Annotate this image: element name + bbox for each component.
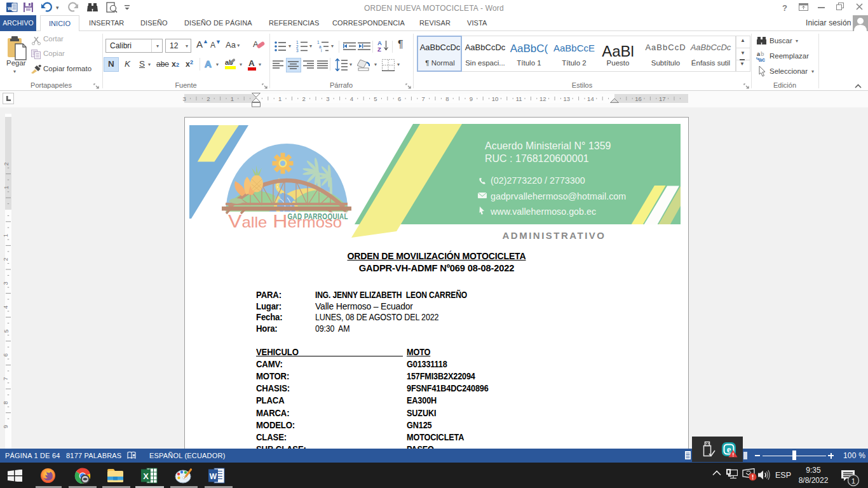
svg-text:10: 10 <box>492 95 499 102</box>
svg-text:1: 1 <box>851 477 855 485</box>
svg-text:12: 12 <box>539 95 546 102</box>
svg-text:3: 3 <box>3 281 10 285</box>
svg-text:7: 7 <box>422 95 425 102</box>
svg-text:2: 2 <box>302 95 306 102</box>
svg-text:6: 6 <box>398 95 401 102</box>
svg-text:2: 2 <box>3 162 10 165</box>
svg-text:8: 8 <box>445 95 449 102</box>
svg-text:5: 5 <box>3 329 10 332</box>
svg-text:(02)2773220 / 2773300: (02)2773220 / 2773300 <box>491 175 585 186</box>
svg-text:A: A <box>248 58 255 68</box>
svg-text:1: 1 <box>3 186 10 189</box>
svg-text:gadprvallehermoso@hotmail.com: gadprvallehermoso@hotmail.com <box>491 191 626 201</box>
svg-text:2: 2 <box>207 95 210 102</box>
svg-text:14: 14 <box>587 95 594 102</box>
svg-text:3: 3 <box>183 95 186 102</box>
svg-text:7: 7 <box>3 377 10 381</box>
svg-text:5: 5 <box>374 95 377 102</box>
svg-text:e: e <box>727 444 731 454</box>
svg-text:9: 9 <box>3 425 10 428</box>
svg-text:9: 9 <box>470 95 473 102</box>
svg-text:Valle Hermoso: Valle Hermoso <box>228 210 342 232</box>
svg-text:1: 1 <box>231 95 234 102</box>
svg-text:X: X <box>143 471 149 481</box>
svg-text:w: w <box>7 5 13 11</box>
svg-text:4: 4 <box>3 306 10 309</box>
svg-text:3: 3 <box>296 48 299 52</box>
svg-text:1: 1 <box>3 234 10 237</box>
svg-text:17: 17 <box>659 95 666 102</box>
svg-text:4: 4 <box>350 95 353 102</box>
svg-text:1: 1 <box>278 95 281 102</box>
svg-text:W: W <box>210 472 217 481</box>
svg-text:ac: ac <box>759 57 765 62</box>
svg-text:▾: ▾ <box>56 4 59 11</box>
svg-text:8: 8 <box>3 401 10 404</box>
svg-text:www.vallehermoso.gob.ec: www.vallehermoso.gob.ec <box>490 207 596 217</box>
svg-text:Acuerdo Ministerial N° 1359: Acuerdo Ministerial N° 1359 <box>485 140 611 151</box>
svg-text:Z: Z <box>377 46 381 52</box>
svg-text:13: 13 <box>564 95 571 102</box>
svg-text:i: i <box>321 48 322 52</box>
svg-text:2: 2 <box>3 258 10 261</box>
svg-text:11: 11 <box>516 95 522 102</box>
svg-text:RUC : 1768120600001: RUC : 1768120600001 <box>485 153 589 164</box>
svg-text:16: 16 <box>635 95 642 102</box>
svg-text:3: 3 <box>326 95 329 102</box>
svg-text:6: 6 <box>3 353 10 356</box>
